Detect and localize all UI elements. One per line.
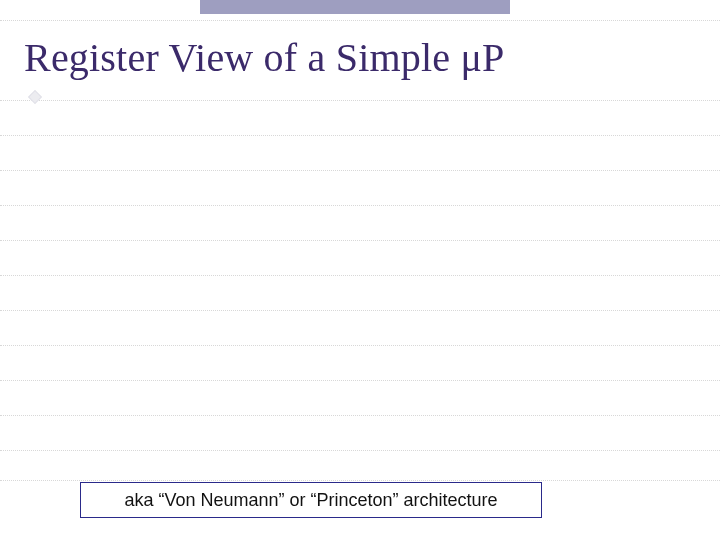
title-bullet-icon — [28, 90, 42, 104]
caption-text: aka “Von Neumann” or “Princeton” archite… — [124, 490, 497, 511]
slide-title: Register View of a Simple μP — [24, 34, 505, 81]
notebook-rule — [0, 100, 720, 101]
notebook-rule — [0, 170, 720, 171]
notebook-rule — [0, 415, 720, 416]
notebook-rule — [0, 310, 720, 311]
notebook-rule — [0, 480, 720, 481]
notebook-rule — [0, 380, 720, 381]
notebook-rule — [0, 205, 720, 206]
notebook-rule — [0, 345, 720, 346]
notebook-rule — [0, 20, 720, 21]
notebook-rule — [0, 135, 720, 136]
notebook-rule — [0, 450, 720, 451]
notebook-rule — [0, 240, 720, 241]
slide: Register View of a Simple μP aka “Von Ne… — [0, 0, 720, 540]
caption-box: aka “Von Neumann” or “Princeton” archite… — [80, 482, 542, 518]
notebook-rule — [0, 275, 720, 276]
slide-accent-bar — [200, 0, 510, 14]
